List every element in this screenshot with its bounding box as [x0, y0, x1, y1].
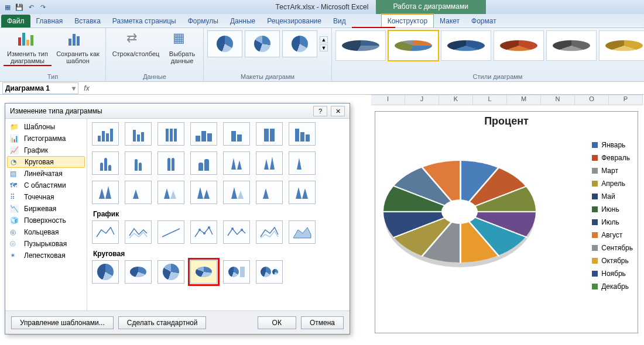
style-thumb-1[interactable]: [335, 30, 386, 61]
category-Поверхность[interactable]: 🧊Поверхность: [5, 215, 87, 226]
chart-column-7[interactable]: [289, 122, 316, 146]
chart-cone-2[interactable]: [256, 151, 283, 175]
chart-pyr-7[interactable]: [289, 181, 316, 204]
save-as-template-button[interactable]: Сохранить как шаблон: [54, 30, 102, 66]
category-Линейчатая[interactable]: ▤Линейчатая: [5, 168, 87, 180]
style-thumb-4[interactable]: [494, 30, 544, 61]
col-K[interactable]: K: [439, 95, 473, 105]
style-thumb-6[interactable]: [599, 30, 644, 61]
tab-file[interactable]: Файл: [1, 15, 30, 27]
chart-column-1[interactable]: [92, 122, 119, 146]
legend-item[interactable]: Октябрь: [592, 257, 633, 265]
layout-thumb-2[interactable]: [245, 30, 280, 57]
chart-cone-3[interactable]: [289, 151, 316, 175]
legend-item[interactable]: Январь: [592, 141, 633, 149]
dropdown-icon[interactable]: ▾: [72, 84, 76, 92]
chart-pie-6[interactable]: [256, 260, 283, 284]
change-chart-type-button[interactable]: Изменить тип диаграммы: [4, 30, 52, 66]
category-Лепестковая[interactable]: ✴Лепестковая: [5, 250, 87, 261]
col-P[interactable]: P: [609, 95, 643, 105]
fx-icon[interactable]: fx: [81, 84, 93, 92]
save-icon[interactable]: 💾: [14, 2, 25, 12]
chart-cyl-2[interactable]: [125, 151, 152, 175]
chart-column-2[interactable]: [125, 122, 152, 146]
chart-cone-1[interactable]: [223, 151, 250, 175]
chart-cyl-4[interactable]: [190, 151, 217, 175]
chart-pie-5[interactable]: [223, 260, 250, 284]
style-thumb-5[interactable]: [546, 30, 597, 61]
col-I[interactable]: I: [371, 95, 405, 105]
tab-insert[interactable]: Вставка: [68, 15, 107, 27]
chart-pyr-3[interactable]: [157, 181, 184, 204]
col-J[interactable]: J: [405, 95, 439, 105]
chart-pyr-5[interactable]: [223, 181, 250, 204]
make-default-button[interactable]: Сделать стандартной: [118, 316, 207, 329]
chart-pie-2[interactable]: [125, 260, 152, 284]
legend-item[interactable]: Сентябрь: [592, 244, 633, 252]
chart-cyl-1[interactable]: [92, 151, 119, 175]
tab-review[interactable]: Рецензирование: [261, 15, 327, 27]
category-Круговая[interactable]: ◔Круговая: [7, 156, 85, 168]
chart-object[interactable]: Процент ЯнварьФевральМартАпрельМайИюньИю…: [375, 111, 638, 333]
style-thumb-3[interactable]: [441, 30, 491, 61]
legend-item[interactable]: Июль: [592, 218, 633, 226]
col-O[interactable]: O: [575, 95, 609, 105]
category-Кольцевая[interactable]: ◎Кольцевая: [5, 226, 87, 238]
redo-icon[interactable]: ↷: [37, 2, 48, 12]
category-Шаблоны[interactable]: 📁Шаблоны: [5, 121, 87, 133]
chart-pie-4-selected[interactable]: [190, 260, 217, 284]
chart-pyr-4[interactable]: [190, 181, 217, 204]
chart-column-6[interactable]: [256, 122, 283, 146]
category-Биржевая[interactable]: 📉Биржевая: [5, 203, 87, 215]
legend-item[interactable]: Февраль: [592, 154, 633, 162]
col-L[interactable]: L: [473, 95, 507, 105]
legend-item[interactable]: Июнь: [592, 205, 633, 213]
chart-line-7[interactable]: [289, 220, 316, 244]
ok-button[interactable]: ОК: [258, 316, 296, 329]
tab-design[interactable]: Конструктор: [381, 13, 434, 27]
legend-item[interactable]: Август: [592, 231, 633, 239]
chart-column-3[interactable]: [157, 122, 184, 146]
switch-row-col-button[interactable]: ⇄ Строка/столбец: [109, 30, 162, 64]
chart-pyr-2[interactable]: [125, 181, 152, 204]
layout-thumb-1[interactable]: [207, 30, 242, 57]
layouts-scroll-down[interactable]: ▼: [320, 44, 328, 51]
tab-home[interactable]: Главная: [30, 15, 69, 27]
style-thumb-2[interactable]: [388, 30, 439, 61]
tab-data[interactable]: Данные: [224, 15, 261, 27]
select-data-button[interactable]: ▦ Выбрать данные: [165, 30, 200, 64]
tab-layout[interactable]: Макет: [434, 15, 465, 27]
close-button[interactable]: ✕: [331, 106, 345, 116]
chart-line-5[interactable]: [223, 220, 250, 244]
tab-format[interactable]: Формат: [465, 15, 502, 27]
legend-item[interactable]: Май: [592, 192, 633, 201]
chart-line-6[interactable]: [256, 220, 283, 244]
help-button[interactable]: ?: [313, 106, 327, 116]
legend-item[interactable]: Март: [592, 167, 633, 175]
pie-chart[interactable]: [383, 136, 547, 299]
layouts-scroll-up[interactable]: ▲: [320, 36, 328, 43]
name-box[interactable]: Диаграмма 1▾: [2, 82, 78, 94]
chart-pyr-1[interactable]: [92, 181, 119, 204]
chart-column-4[interactable]: [190, 122, 217, 146]
cancel-button[interactable]: Отмена: [301, 316, 344, 329]
category-Точечная[interactable]: ⠿Точечная: [5, 191, 87, 203]
chart-pie-3[interactable]: [157, 260, 184, 284]
col-N[interactable]: N: [541, 95, 575, 105]
legend-item[interactable]: Ноябрь: [592, 270, 633, 278]
category-С областями[interactable]: 🗺С областями: [5, 180, 87, 191]
manage-templates-button[interactable]: Управление шаблонами...: [11, 316, 114, 329]
category-Гистограмма[interactable]: 📊Гистограмма: [5, 133, 87, 144]
legend-item[interactable]: Декабрь: [592, 282, 633, 291]
chart-pyr-6[interactable]: [256, 181, 283, 204]
category-График[interactable]: 📈График: [5, 144, 87, 156]
undo-icon[interactable]: ↶: [26, 2, 36, 12]
tab-formulas[interactable]: Формулы: [182, 15, 224, 27]
chart-title[interactable]: Процент: [375, 115, 638, 127]
layout-thumb-3[interactable]: [282, 30, 317, 57]
tab-page-layout[interactable]: Разметка страницы: [107, 15, 182, 27]
col-M[interactable]: M: [507, 95, 541, 105]
tab-view[interactable]: Вид: [327, 15, 352, 27]
chart-gallery[interactable]: График Круговая: [87, 119, 350, 310]
chart-legend[interactable]: ЯнварьФевральМартАпрельМайИюньИюльАвгуст…: [592, 141, 633, 295]
